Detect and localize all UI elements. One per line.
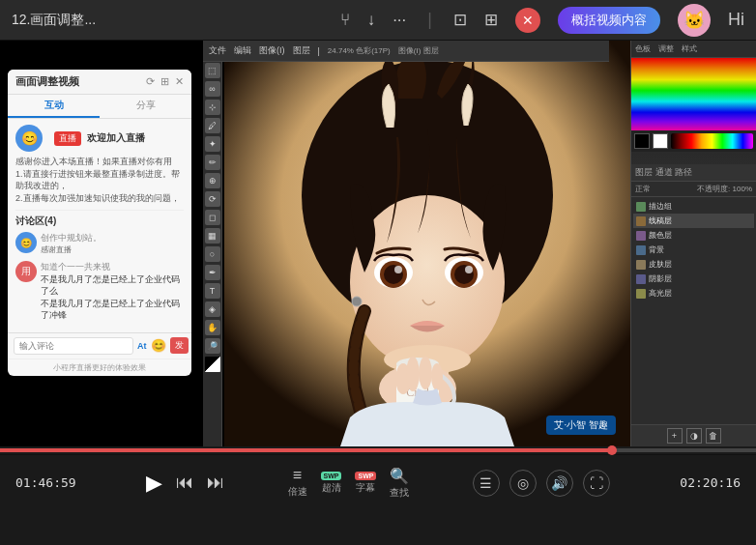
volume-button[interactable]: 🔊 — [546, 470, 573, 497]
comment-text-2c: 了冲锋 — [41, 309, 184, 322]
comment-item-1: 😊 创作中规划站。 感谢直播 — [15, 232, 184, 255]
next-chapter-button[interactable]: ⏭ — [207, 473, 224, 493]
ps-option2[interactable]: 图像(I) 图层 — [398, 45, 439, 56]
svg-point-13 — [352, 297, 362, 306]
ps-mask-btn[interactable]: ◑ — [686, 428, 702, 444]
svg-point-22 — [431, 363, 443, 390]
ps-tool-eyedrop[interactable]: 🖊 — [205, 118, 220, 133]
chat-expand-icon[interactable]: ⊞ — [160, 75, 169, 88]
comment-text-2b: 不是我几月了怎是已经上了企业代码 — [41, 298, 184, 310]
subtitle-button[interactable]: SWP 字幕 — [355, 472, 376, 495]
speed-button[interactable]: ≡ 倍速 — [288, 467, 307, 499]
live-badge: 直播 — [54, 131, 81, 146]
search-icon: 🔍 — [390, 467, 409, 485]
progress-thumb[interactable] — [607, 445, 617, 455]
chat-tab-interact[interactable]: 互动 — [8, 95, 100, 118]
more-icon[interactable]: ··· — [393, 11, 406, 30]
top-icons: ⑂ ↓ ··· | ⊡ ⊞ ✕ 概括视频内容 🐱 Hi — [340, 4, 744, 37]
ps-layer-item[interactable]: 背景 — [633, 243, 754, 257]
subtitle-swip-badge: SWP — [355, 472, 376, 480]
ps-fg-bg-colors[interactable] — [205, 357, 220, 372]
ai-summary-button[interactable]: 概括视频内容 — [558, 7, 660, 34]
comment-text-1: 感谢直播 — [41, 244, 184, 255]
ps-tab-style[interactable]: 样式 — [682, 43, 697, 54]
ps-tool-hand[interactable]: ✋ — [205, 320, 220, 335]
ps-menu-edit[interactable]: 编辑 — [234, 44, 251, 57]
welcome-text: 欢迎加入直播 — [87, 131, 145, 145]
right-controls: ☰ ◎ 🔊 ⛶ — [473, 470, 610, 497]
chat-overlay: 画面调整视频 ⟳ ⊞ ✕ 互动 分享 😊 直播 欢迎加入直播 感谢你进入本场直播… — [8, 70, 191, 376]
chat-input[interactable] — [14, 337, 133, 355]
chat-desc: 感谢你进入本场直播！如果直播对你有用 1.请直接行进按钮来最整直播录制进度。帮助… — [15, 156, 184, 204]
color-picker — [631, 58, 756, 164]
chat-tab-share[interactable]: 分享 — [100, 95, 191, 118]
hd-swip-badge: SWP — [321, 472, 342, 480]
comment-item-2: 用 知道个一一共来视 不是我几月了怎是已经上了企业代码了么 不是我几月了怎是已经… — [15, 261, 184, 322]
danmaku-button[interactable]: ◎ — [509, 470, 537, 497]
hd-label: 超清 — [322, 481, 341, 495]
ai-watermark-text: 艾·小智 智趣 — [554, 418, 608, 432]
screen-split-icon[interactable]: ⊡ — [453, 10, 467, 30]
search-label: 查找 — [390, 486, 409, 500]
comment-text-2: 不是我几月了怎是已经上了企业代码了么 — [41, 273, 184, 298]
comment-body-2: 知道个一一共来视 不是我几月了怎是已经上了企业代码了么 不是我几月了怎是已经上了… — [41, 261, 184, 322]
ps-menu-layer[interactable]: 图层 — [293, 44, 310, 57]
ps-menu-image[interactable]: 图像(I) — [259, 44, 285, 57]
ps-layer-item[interactable]: 描边组 — [633, 199, 754, 214]
feature-controls: ≡ 倍速 SWP 超清 SWP 字幕 🔍 查找 — [288, 467, 410, 500]
hi-label: Hi — [728, 10, 744, 30]
svg-point-20 — [406, 357, 420, 391]
progress-track[interactable] — [0, 448, 756, 452]
ps-tool-select[interactable]: ⬚ — [205, 63, 220, 78]
close-button[interactable]: ✕ — [515, 8, 540, 33]
download-icon[interactable]: ↓ — [367, 11, 376, 30]
ps-new-layer-btn[interactable]: + — [667, 428, 683, 444]
ps-tool-gradient[interactable]: ▦ — [205, 228, 220, 244]
ps-tool-stamp[interactable]: ⊕ — [205, 173, 220, 188]
ps-menu-filter[interactable]: | — [318, 46, 320, 56]
ps-layer-item[interactable]: 线稿层 — [633, 214, 754, 228]
hd-button[interactable]: SWP 超清 — [321, 472, 342, 495]
ps-tab-adjust[interactable]: 调整 — [658, 43, 674, 54]
comment-name-2: 知道个一一共来视 — [41, 261, 184, 273]
progress-area[interactable] — [0, 446, 756, 454]
ps-layer-item[interactable]: 皮肤层 — [633, 257, 754, 272]
video-title: 12.画面调整... — [12, 12, 329, 29]
send-btn[interactable]: 发 — [170, 337, 189, 354]
ps-zoom-level: 24.74% 色彩(17P) — [328, 45, 391, 56]
playlist-button[interactable]: ☰ — [473, 470, 500, 497]
ps-tool-text[interactable]: T — [205, 283, 220, 299]
ps-tool-crop[interactable]: ⊹ — [205, 100, 220, 115]
pip-icon[interactable]: ⊞ — [484, 10, 498, 30]
ps-delete-layer-btn[interactable]: 🗑 — [706, 428, 721, 444]
ps-tool-brush[interactable]: ✏ — [205, 155, 220, 170]
ps-layer-item[interactable]: 颜色层 — [633, 228, 754, 243]
prev-chapter-button[interactable]: ⏮ — [176, 473, 193, 493]
fullscreen-button[interactable]: ⛶ — [583, 470, 610, 497]
search-button[interactable]: 🔍 查找 — [390, 467, 409, 500]
ps-tool-dodge[interactable]: ○ — [205, 246, 220, 262]
avatar: 🐱 — [678, 4, 711, 37]
ps-tab-color[interactable]: 色板 — [635, 43, 651, 54]
ps-layer-item[interactable]: 高光层 — [633, 286, 754, 301]
chat-close-icon[interactable]: ✕ — [175, 75, 184, 88]
ps-tool-history[interactable]: ⟳ — [205, 191, 220, 207]
play-button[interactable]: ▶ — [146, 471, 162, 496]
chat-main-content: 😊 直播 欢迎加入直播 感谢你进入本场直播！如果直播对你有用 1.请直接行进按钮… — [8, 119, 191, 332]
ps-tool-heal[interactable]: ✦ — [205, 136, 220, 152]
emoji-icon[interactable]: 😊 — [151, 338, 166, 353]
chat-title: 画面调整视频 — [15, 74, 79, 89]
chat-refresh-icon[interactable]: ⟳ — [146, 75, 155, 88]
ps-tool-eraser[interactable]: ◻ — [205, 210, 220, 225]
at-label[interactable]: At — [137, 341, 147, 351]
ps-layers-label: 图层 通道 路径 — [631, 164, 756, 182]
ps-tool-pen[interactable]: ✒ — [205, 265, 220, 280]
host-avatar: 😊 — [15, 125, 43, 152]
ps-tool-lasso[interactable]: ∞ — [205, 81, 220, 97]
ps-layer-item[interactable]: 阴影层 — [633, 272, 754, 286]
chat-desc-line2: 1.请直接行进按钮来最整直播录制进度。帮助我改进的， — [15, 169, 180, 191]
ps-menu-file[interactable]: 文件 — [209, 44, 226, 57]
ps-tool-zoom[interactable]: 🔎 — [205, 338, 220, 354]
share-icon[interactable]: ⑂ — [340, 11, 350, 30]
ps-tool-shape[interactable]: ◈ — [205, 301, 220, 317]
